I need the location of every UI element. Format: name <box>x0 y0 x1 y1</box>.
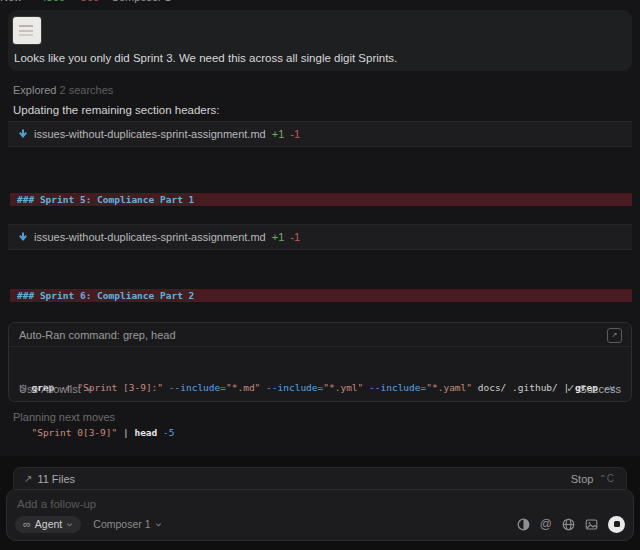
file-name: issues-without-duplicates-sprint-assignm… <box>34 128 266 140</box>
composer-panel: New +4866 -866 Composer 1 Looks like you… <box>0 0 640 550</box>
follow-up-input[interactable]: Add a follow-up ∞ Agent Composer 1 @ <box>6 489 634 541</box>
stop-label: Stop <box>571 473 594 485</box>
chevron-down-icon <box>155 521 162 528</box>
file-additions: +1 <box>272 128 285 140</box>
command-line: "Sprint 0[3-9]" | head -5 <box>20 425 621 440</box>
file-edit-header[interactable]: issues-without-duplicates-sprint-assignm… <box>8 224 632 250</box>
new-chat-button[interactable]: New <box>0 0 22 3</box>
diff-block: ### Sprint 5: Compliance Part 1 ### Spri… <box>10 167 632 271</box>
status-label: Success <box>579 383 621 395</box>
input-placeholder: Add a follow-up <box>17 498 96 510</box>
input-toolbar: ∞ Agent Composer 1 @ <box>15 515 625 533</box>
model-label: Composer 1 <box>93 518 150 530</box>
stop-generation-button[interactable] <box>608 516 625 533</box>
file-additions: +1 <box>272 231 285 243</box>
model-selector[interactable]: Composer 1 <box>93 518 161 530</box>
composer-tab[interactable]: Composer 1 <box>111 0 171 3</box>
context-usage-icon[interactable] <box>517 518 530 531</box>
explored-detail: 2 searches <box>59 84 113 96</box>
command-box: Auto-Ran command: grep, head ↗ $ grep -r… <box>8 322 632 402</box>
use-allowlist-dropdown[interactable]: Use Allowlist <box>19 383 93 395</box>
chevron-down-icon <box>85 385 93 393</box>
globe-icon[interactable] <box>562 518 575 531</box>
file-edit-header[interactable]: issues-without-duplicates-sprint-assignm… <box>8 121 632 147</box>
files-bar: ↗ 11 Files Stop ⌃C <box>13 467 627 489</box>
infinity-icon: ∞ <box>23 519 31 530</box>
command-code: $ grep -r "Sprint [3-9]:" --include="*.m… <box>20 350 621 470</box>
image-icon[interactable] <box>585 518 598 531</box>
stop-button[interactable]: Stop ⌃C <box>571 473 614 485</box>
markdown-file-icon <box>18 232 28 242</box>
diff-line-removed: ### Sprint 5: Compliance Part 1 <box>10 193 632 206</box>
topbar: New +4866 -866 Composer 1 <box>0 0 171 5</box>
check-icon: ✓ <box>566 382 575 395</box>
agent-mode-selector[interactable]: ∞ Agent <box>15 516 81 533</box>
user-message-text: Looks like you only did Sprint 3. We nee… <box>14 52 397 64</box>
explored-status[interactable]: Explored 2 searches <box>13 84 113 96</box>
diff-additions: +4866 <box>34 0 65 3</box>
explored-label: Explored <box>13 84 56 96</box>
user-message: Looks like you only did Sprint 3. We nee… <box>8 10 632 71</box>
command-header-label: Auto-Ran command: grep, head <box>19 329 176 341</box>
files-changed-button[interactable]: ↗ 11 Files <box>24 473 75 485</box>
diff-deletions: -866 <box>77 0 99 3</box>
file-deletions: -1 <box>290 128 300 140</box>
assistant-message: Updating the remaining section headers: <box>13 104 220 116</box>
markdown-file-icon <box>18 129 28 139</box>
command-header: Auto-Ran command: grep, head <box>9 323 631 347</box>
diff-line-removed: ### Sprint 6: Compliance Part 2 <box>10 289 632 302</box>
mention-icon[interactable]: @ <box>540 517 552 531</box>
status-badge: ✓ Success <box>566 382 621 395</box>
use-allowlist-label: Use Allowlist <box>19 383 81 395</box>
planning-status: Planning next moves <box>13 411 115 423</box>
open-in-editor-icon[interactable]: ↗ <box>607 328 622 343</box>
stop-square-icon <box>614 521 620 527</box>
arrow-up-right-icon: ↗ <box>24 473 32 484</box>
stop-shortcut: ⌃C <box>598 473 614 484</box>
attachment-thumbnail[interactable] <box>13 17 41 44</box>
file-name: issues-without-duplicates-sprint-assignm… <box>34 231 266 243</box>
agent-mode-label: Agent <box>35 518 62 530</box>
file-deletions: -1 <box>290 231 300 243</box>
files-count-label: 11 Files <box>37 473 75 485</box>
chevron-down-icon <box>66 521 73 528</box>
